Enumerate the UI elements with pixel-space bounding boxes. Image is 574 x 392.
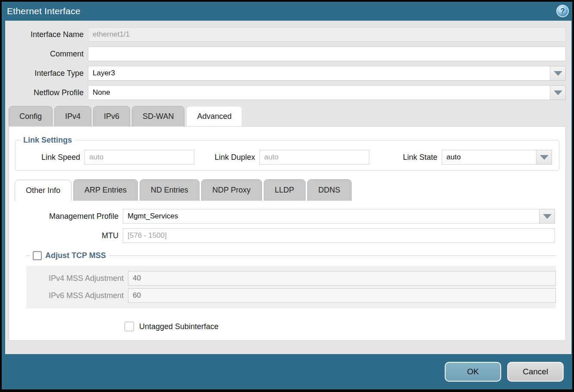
- link-duplex-label: Link Duplex: [215, 153, 259, 162]
- adjust-tcp-mss-fieldset: Adjust TCP MSS IPv4 MSS Adjustment IPv6 …: [26, 250, 556, 308]
- main-tabstrip: Config IPv4 IPv6 SD-WAN Advanced: [9, 106, 566, 126]
- management-profile-field[interactable]: [123, 209, 540, 224]
- management-profile-dropdown-button[interactable]: [540, 209, 555, 224]
- mtu-row: MTU: [9, 228, 555, 243]
- adjust-tcp-mss-legend: Adjust TCP MSS: [26, 250, 556, 261]
- netflow-profile-dropdown-button[interactable]: [550, 85, 566, 100]
- link-settings-fieldset: Link Settings Link Speed Link Duplex Lin…: [15, 136, 559, 171]
- link-speed-label: Link Speed: [16, 153, 84, 162]
- ipv4-mss-row: IPv4 MSS Adjustment: [26, 271, 556, 286]
- interface-name-row: Interface Name: [5, 27, 566, 42]
- tab-ipv6[interactable]: IPv6: [93, 106, 130, 126]
- comment-field[interactable]: [88, 47, 566, 61]
- management-profile-row: Management Profile: [9, 209, 555, 224]
- advanced-tab-panel: Link Settings Link Speed Link Duplex Lin…: [9, 126, 566, 341]
- tab-lldp[interactable]: LLDP: [264, 179, 306, 201]
- interface-type-field[interactable]: [88, 66, 550, 81]
- dialog-footer: OK Cancel: [2, 354, 572, 389]
- ok-button[interactable]: OK: [445, 362, 501, 382]
- tab-sdwan[interactable]: SD-WAN: [132, 106, 184, 126]
- dialog-titlebar: Ethernet Interface ?: [2, 2, 572, 21]
- chevron-down-icon: [554, 71, 562, 76]
- dialog-body: Interface Name Comment Interface Type Ne…: [5, 21, 571, 354]
- link-speed-field[interactable]: [84, 150, 194, 165]
- untagged-subinterface-label: Untagged Subinterface: [139, 322, 218, 331]
- inner-tabstrip: Other Info ARP Entries ND Entries NDP Pr…: [15, 179, 565, 201]
- tab-arp-entries[interactable]: ARP Entries: [73, 179, 138, 201]
- help-icon[interactable]: ?: [556, 5, 569, 17]
- management-profile-label: Management Profile: [9, 212, 123, 221]
- ipv4-mss-label: IPv4 MSS Adjustment: [26, 274, 128, 283]
- untagged-subinterface-checkbox[interactable]: [125, 322, 134, 331]
- tab-nd-entries[interactable]: ND Entries: [140, 179, 200, 201]
- interface-type-label: Interface Type: [5, 69, 88, 78]
- mtu-label: MTU: [9, 231, 123, 240]
- tab-other-info[interactable]: Other Info: [15, 180, 72, 201]
- ipv6-mss-row: IPv6 MSS Adjustment: [26, 288, 556, 303]
- adjust-tcp-mss-body: IPv4 MSS Adjustment IPv6 MSS Adjustment: [26, 266, 556, 308]
- ethernet-interface-dialog: Ethernet Interface ? Interface Name Comm…: [2, 2, 572, 389]
- link-settings-row: Link Speed Link Duplex Link State: [16, 146, 559, 165]
- tab-advanced[interactable]: Advanced: [186, 106, 242, 126]
- chevron-down-icon: [543, 214, 552, 219]
- chevron-down-icon: [540, 155, 549, 160]
- tab-ddns[interactable]: DDNS: [307, 179, 352, 201]
- tab-config[interactable]: Config: [9, 106, 53, 126]
- tab-ipv4[interactable]: IPv4: [54, 106, 91, 126]
- netflow-profile-row: Netflow Profile: [5, 85, 566, 100]
- chevron-down-icon: [554, 90, 562, 95]
- interface-type-dropdown-button[interactable]: [550, 66, 566, 81]
- interface-name-field: [88, 27, 566, 42]
- cancel-button[interactable]: Cancel: [507, 362, 564, 382]
- dialog-title: Ethernet Interface: [7, 6, 81, 16]
- ipv6-mss-field: [128, 288, 556, 303]
- mtu-field[interactable]: [123, 228, 555, 243]
- interface-type-row: Interface Type: [5, 66, 566, 81]
- netflow-profile-field[interactable]: [88, 85, 550, 100]
- adjust-tcp-mss-checkbox[interactable]: [33, 251, 42, 260]
- comment-row: Comment: [5, 47, 566, 61]
- ipv4-mss-field: [128, 271, 556, 286]
- tab-ndp-proxy[interactable]: NDP Proxy: [201, 179, 262, 201]
- adjust-tcp-mss-label: Adjust TCP MSS: [45, 251, 106, 260]
- link-duplex-field[interactable]: [259, 150, 369, 165]
- untagged-subinterface-row: Untagged Subinterface: [125, 322, 565, 331]
- netflow-profile-label: Netflow Profile: [5, 88, 88, 97]
- interface-name-label: Interface Name: [5, 30, 88, 39]
- link-state-field[interactable]: [442, 150, 537, 165]
- link-state-label: Link State: [403, 153, 442, 162]
- link-state-dropdown-button[interactable]: [537, 150, 552, 165]
- link-settings-legend: Link Settings: [20, 136, 75, 145]
- ipv6-mss-label: IPv6 MSS Adjustment: [26, 291, 128, 300]
- comment-label: Comment: [5, 50, 88, 59]
